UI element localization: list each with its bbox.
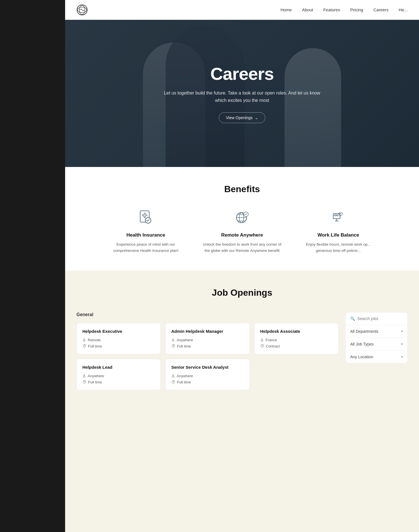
work-life-balance-desc: Enjoy flexible hours, remote work op... … [299, 241, 378, 254]
jobs-category: General [76, 312, 339, 317]
view-openings-button[interactable]: View Openings ⌄ [219, 112, 265, 123]
logo[interactable] [76, 4, 88, 16]
clock-icon: ⏱ [171, 344, 175, 348]
search-icon: 🔍 [350, 316, 355, 321]
job-title-5: Senior Service Desk Analyst [171, 365, 244, 370]
nav-he[interactable]: He... [399, 7, 408, 12]
nav-menu: Home About Features Pricing Careers He..… [281, 7, 408, 12]
job-card-4[interactable]: Helpdesk Lead ♙ Anywhere ⏱ Full time [76, 359, 161, 390]
job-meta-3: ♙ France ⏱ Contract [260, 338, 333, 348]
health-insurance-desc: Experience peace of mind with our compre… [106, 241, 185, 254]
hero-content: Careers Let us together build the future… [65, 20, 419, 167]
clock-icon: ⏱ [260, 344, 264, 348]
location-icon: ♙ [82, 338, 86, 342]
job-location-3: ♙ France [260, 338, 333, 342]
job-card-1[interactable]: Helpdesk Executive ♙ Remote ⏱ Full time [76, 323, 161, 354]
job-title-3: Helpdesk Associate [260, 329, 333, 334]
benefits-section: Benefits Health Insurance Experience pea… [65, 167, 419, 271]
sidebar-widget: 🔍 All Departments ▾ All Job Types ▾ Any … [345, 312, 408, 363]
clock-icon: ⏱ [171, 380, 175, 384]
benefit-health-insurance: Health Insurance Experience peace of min… [106, 209, 185, 254]
benefits-title: Benefits [76, 184, 408, 194]
jobs-grid: Helpdesk Executive ♙ Remote ⏱ Full time [76, 323, 339, 390]
hero-section: Careers Let us together build the future… [65, 20, 419, 167]
jobs-sidebar: 🔍 All Departments ▾ All Job Types ▾ Any … [345, 312, 408, 363]
job-meta-2: ♙ Anywhere ⏱ Full time [171, 338, 244, 348]
departments-dropdown[interactable]: All Departments ▾ [346, 325, 407, 338]
job-type-4: ⏱ Full time [82, 380, 155, 384]
job-location-2: ♙ Anywhere [171, 338, 244, 342]
chevron-down-icon: ⌄ [255, 115, 258, 120]
hero-title: Careers [210, 64, 274, 84]
nav-home[interactable]: Home [281, 7, 292, 12]
svg-rect-12 [334, 215, 336, 216]
remote-anywhere-title: Remote Anywhere [221, 232, 263, 238]
chevron-down-icon: ▾ [401, 329, 403, 333]
job-meta-1: ♙ Remote ⏱ Full time [82, 338, 155, 348]
job-title-2: Admin Helpdesk Manager [171, 329, 244, 334]
job-type-1: ⏱ Full time [82, 344, 155, 348]
jobs-section: Job Openings General Helpdesk Executive … [65, 271, 419, 402]
location-icon: ♙ [260, 338, 264, 342]
job-type-3: ⏱ Contract [260, 344, 333, 348]
jobs-main: General Helpdesk Executive ♙ Remote ⏱ [76, 312, 339, 390]
health-insurance-title: Health Insurance [127, 232, 165, 238]
search-input[interactable] [357, 316, 403, 321]
jobs-section-title: Job Openings [76, 288, 408, 298]
nav-features[interactable]: Features [323, 7, 340, 12]
benefit-remote-anywhere: Remote Anywhere Unlock the freedom to wo… [202, 209, 282, 254]
location-dropdown[interactable]: Any Location ▾ [346, 351, 407, 363]
location-icon: ♙ [82, 374, 86, 378]
search-jobs-container[interactable]: 🔍 [346, 312, 407, 325]
job-card-2[interactable]: Admin Helpdesk Manager ♙ Anywhere ⏱ Full… [165, 323, 250, 354]
job-types-dropdown[interactable]: All Job Types ▾ [346, 338, 407, 351]
view-openings-label: View Openings [226, 115, 253, 120]
work-life-balance-icon [329, 209, 347, 227]
departments-label: All Departments [350, 329, 379, 334]
job-title-1: Helpdesk Executive [82, 329, 155, 334]
location-label: Any Location [350, 355, 373, 359]
remote-anywhere-icon [233, 209, 251, 227]
job-location-1: ♙ Remote [82, 338, 155, 342]
job-meta-5: ♙ Anywhere ⏱ Full time [171, 374, 244, 384]
benefit-work-life-balance: Work Life Balance Enjoy flexible hours, … [299, 209, 378, 254]
work-life-balance-title: Work Life Balance [317, 232, 359, 238]
job-location-5: ♙ Anywhere [171, 374, 244, 378]
benefits-grid: Health Insurance Experience peace of min… [76, 209, 408, 254]
nav-pricing[interactable]: Pricing [350, 7, 363, 12]
left-black-panel [0, 0, 65, 532]
svg-rect-13 [337, 215, 338, 216]
job-types-label: All Job Types [350, 342, 374, 346]
hero-subtitle: Let us together build the future. Take a… [163, 89, 321, 104]
location-icon: ♙ [171, 338, 175, 342]
remote-anywhere-desc: Unlock the freedom to work from any corn… [202, 241, 282, 254]
clock-icon: ⏱ [82, 380, 86, 384]
navbar: Home About Features Pricing Careers He..… [65, 0, 419, 20]
health-insurance-icon [137, 209, 155, 227]
job-card-5[interactable]: Senior Service Desk Analyst ♙ Anywhere ⏱… [165, 359, 250, 390]
jobs-layout: General Helpdesk Executive ♙ Remote ⏱ [76, 312, 408, 390]
job-card-3[interactable]: Helpdesk Associate ♙ France ⏱ Contract [254, 323, 339, 354]
nav-about[interactable]: About [302, 7, 313, 12]
chevron-down-icon: ▾ [401, 355, 403, 359]
location-icon: ♙ [171, 374, 175, 378]
clock-icon: ⏱ [82, 344, 86, 348]
job-title-4: Helpdesk Lead [82, 365, 155, 370]
job-type-5: ⏱ Full time [171, 380, 244, 384]
job-type-2: ⏱ Full time [171, 344, 244, 348]
nav-careers[interactable]: Careers [373, 7, 388, 12]
job-meta-4: ♙ Anywhere ⏱ Full time [82, 374, 155, 384]
job-location-4: ♙ Anywhere [82, 374, 155, 378]
chevron-down-icon: ▾ [401, 342, 403, 346]
